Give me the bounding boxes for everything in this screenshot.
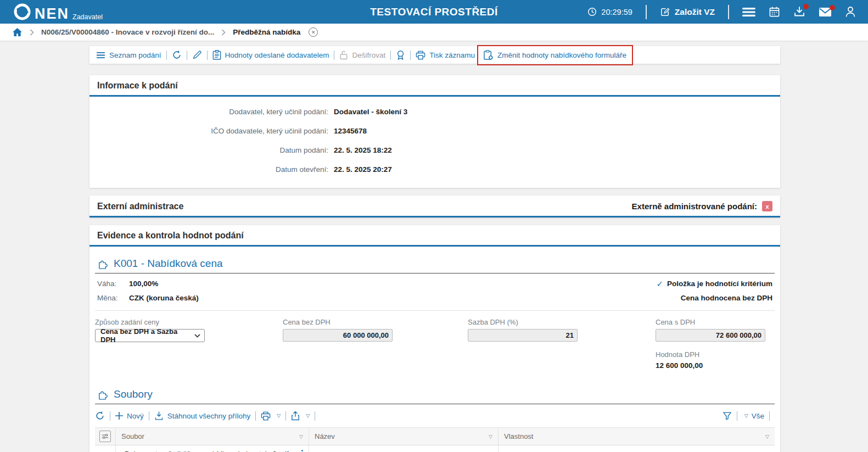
row-menu-icon[interactable]: [301, 450, 304, 452]
download-icon: [154, 411, 164, 421]
share-icon: [291, 411, 300, 421]
k001-title: K001 - Nabídková cena: [114, 258, 223, 270]
print-record-button[interactable]: Tisk záznamu: [416, 51, 475, 60]
app-logo[interactable]: NEN Zadavatel: [0, 3, 103, 21]
funnel-icon: [723, 411, 732, 421]
logo-text: NEN: [35, 7, 69, 21]
downloads-button[interactable]: [793, 6, 805, 18]
dph-note: Cena hodnocena bez DPH: [681, 294, 772, 302]
clock-icon: [587, 7, 597, 16]
price-entry-select[interactable]: Cena bez DPH a Sazba DPH: [95, 329, 205, 342]
export-files-button[interactable]: ▽: [291, 411, 310, 421]
price-with-vat-field: Cena s DPH: [656, 318, 775, 342]
hamburger-icon: [742, 7, 755, 17]
table-row[interactable]: Dokument s předběžnou nabídkou dodavatel…: [95, 445, 775, 452]
files-subsection-header: Soubory: [95, 388, 775, 404]
supplier-values-button[interactable]: Hodnoty odeslané dodavatelem: [212, 50, 329, 60]
chevron-right-icon: [221, 29, 226, 36]
section-title: Externí administrace: [97, 202, 183, 211]
column-filter-icon[interactable]: ▽: [765, 434, 769, 439]
price-entry-field: Způsob zadání ceny Cena bez DPH a Sazba …: [95, 318, 283, 342]
field-label: Datum otevření:: [89, 165, 328, 174]
k001-subsection-header: K001 - Nabídková cena: [95, 258, 775, 274]
create-vz-button[interactable]: Založit VZ: [660, 7, 715, 17]
dropdown-arrow-icon: ▽: [277, 413, 281, 418]
download-all-attachments-button[interactable]: Stáhnout všechny přílohy: [154, 411, 251, 421]
refresh-icon: [172, 50, 182, 60]
field-label: Způsob zadání ceny: [95, 318, 283, 326]
profile-button[interactable]: [845, 6, 856, 18]
nen-logo-icon: [13, 3, 31, 21]
field-label: Cena bez DPH: [283, 318, 468, 326]
column-header-soubor[interactable]: Soubor ▽: [116, 428, 309, 445]
info-row-submitted: Datum podání: 22. 5. 2025 18:22: [89, 141, 780, 160]
external-admin-no-icon[interactable]: x: [762, 201, 772, 211]
topbar-divider: [728, 5, 729, 19]
field-label: Hodnota DPH: [656, 350, 775, 359]
chevron-down-icon: [194, 334, 200, 338]
close-tab-icon[interactable]: ✕: [309, 27, 318, 37]
dropdown-arrow-icon: ▽: [744, 413, 748, 418]
vat-rate-input[interactable]: [468, 329, 578, 342]
price-no-vat-input[interactable]: [283, 329, 393, 342]
session-time: 20:29:59: [587, 7, 632, 16]
refresh-button[interactable]: [172, 50, 182, 60]
vat-amount-field: Hodnota DPH 12 600 000,00: [656, 350, 775, 370]
chevron-right-icon: [30, 29, 34, 36]
field-value: 22. 5. 2025 20:27: [334, 165, 392, 174]
file-name[interactable]: Dokument s předběžnou nabídkou dodavatel…: [125, 450, 289, 452]
top-bar: NEN Zadavatel TESTOVACÍ PROSTŘEDÍ 20:29:…: [0, 0, 868, 24]
section-title: Informace k podání: [97, 81, 178, 91]
field-value: Dodavatel - školení 3: [334, 108, 407, 116]
files-table: Soubor ▽ Název ▽ Vlastnost ▽ Dokument s …: [95, 427, 775, 452]
vat-amount-value: 12 600 000,00: [656, 361, 775, 370]
column-filter-icon[interactable]: ▽: [299, 434, 303, 439]
breadcrumb-current: Předběžná nabídka: [233, 28, 300, 36]
price-with-vat-input[interactable]: [656, 329, 765, 342]
vaha-row: Váha: 100,00% ✓ Položka je hodnotící kri…: [97, 280, 772, 288]
column-filter-icon[interactable]: ▽: [489, 434, 492, 439]
badge-icon: [396, 50, 405, 60]
divider: [95, 310, 775, 311]
field-label: IČO dodavatele, který učinil podání:: [89, 127, 328, 135]
column-settings-button[interactable]: [99, 431, 111, 442]
topbar-divider: [646, 5, 647, 19]
printer-icon: [416, 51, 425, 60]
filter-button[interactable]: [723, 411, 732, 421]
files-refresh-button[interactable]: [95, 411, 105, 421]
cell-vlastnost: [499, 445, 775, 452]
clipboard-icon: [212, 50, 221, 60]
vat-rate-field: Sazba DPH (%): [468, 318, 656, 342]
breadcrumb-contract-link[interactable]: N006/25/V00004860 - Inovace v rozvoji ří…: [41, 28, 214, 36]
edit-record-button[interactable]: [192, 50, 202, 60]
change-form-values-button[interactable]: Změnit hodnoty nabídkového formuláře: [477, 45, 633, 65]
list-of-submissions-button[interactable]: Seznam podání: [96, 51, 161, 59]
list-icon: [96, 52, 105, 59]
files-table-header: Soubor ▽ Název ▽ Vlastnost ▽: [95, 428, 775, 445]
home-button[interactable]: [12, 27, 23, 37]
award-button[interactable]: [396, 50, 405, 60]
messages-button[interactable]: [819, 7, 832, 17]
column-header-nazev[interactable]: Název ▽: [309, 428, 499, 445]
cell-nazev: [309, 445, 499, 452]
check-icon: ✓: [656, 279, 663, 289]
section-title: Evidence a kontrola hodnot podání: [97, 231, 244, 241]
pencil-icon: [192, 50, 202, 60]
column-header-vlastnost[interactable]: Vlastnost ▽: [499, 428, 775, 445]
new-file-button[interactable]: Nový: [115, 412, 144, 420]
mena-row: Měna: CZK (koruna česká) Cena hodnocena …: [97, 294, 772, 302]
info-row-opened: Datum otevření: 22. 5. 2025 20:27: [89, 160, 780, 179]
print-files-button[interactable]: ▽: [261, 411, 281, 421]
refresh-icon: [95, 411, 105, 421]
view-filter-select[interactable]: ▽ Vše: [742, 412, 764, 420]
menu-button[interactable]: [742, 7, 755, 17]
messages-notification-dot: [830, 5, 835, 10]
calendar-button[interactable]: [769, 6, 780, 18]
field-label: Datum podání:: [89, 146, 328, 154]
downloads-notification-dot: [803, 4, 809, 9]
field-value: 22. 5. 2025 18:22: [334, 146, 392, 154]
external-administration-section: Externí administrace Externě administrov…: [89, 196, 780, 217]
field-label: Dodavatel, který učinil podání:: [89, 108, 328, 116]
decrypt-button[interactable]: Dešifrovat: [339, 50, 385, 60]
record-toolbar: Seznam podání Hodnoty odeslané dodavatel…: [89, 46, 780, 64]
